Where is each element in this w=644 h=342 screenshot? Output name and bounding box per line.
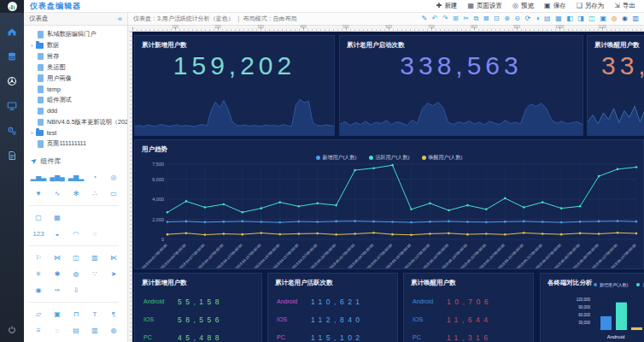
border-frame-icon[interactable]: ▭: [104, 186, 123, 202]
page-settings-button[interactable]: ▦页面设置: [468, 2, 503, 10]
tree-item[interactable]: ddd: [24, 106, 127, 117]
ring-icon[interactable]: ◌: [85, 226, 104, 242]
save-as-button[interactable]: ❏另存为: [577, 2, 605, 10]
pivot-table-icon[interactable]: ▥: [85, 322, 104, 339]
checkbox-widget-icon[interactable]: ☑: [29, 339, 48, 342]
flag-icon[interactable]: ⚐: [29, 250, 48, 266]
rose-chart-icon[interactable]: ✻: [67, 186, 85, 202]
component-icon[interactable]: ▣: [600, 15, 606, 22]
zoom-in-icon[interactable]: ⊕: [504, 15, 510, 22]
sankey-chart-icon[interactable]: ⋈: [48, 250, 67, 266]
tree-item[interactable]: temp: [24, 84, 127, 95]
banner-icon[interactable]: ▱: [29, 306, 48, 322]
power-icon[interactable]: [7, 323, 17, 333]
bar-chart-icon[interactable]: ▂▅▃: [29, 169, 48, 186]
kpi-card-new-users[interactable]: 累计新增用户数 159,202: [134, 35, 335, 136]
text-widget-icon[interactable]: T: [85, 306, 104, 322]
dashboard-icon[interactable]: [7, 74, 17, 85]
map-marker-icon[interactable]: ◉: [29, 282, 48, 298]
database-icon[interactable]: [7, 50, 17, 60]
tree-item[interactable]: 留存: [24, 51, 127, 62]
align-right-icon[interactable]: ◨: [577, 15, 584, 22]
tree-item[interactable]: 页面111111111: [24, 139, 127, 150]
web-widget-icon[interactable]: ▣: [48, 306, 67, 322]
gallery-icon[interactable]: ◉: [622, 15, 628, 22]
number-card-icon[interactable]: 123: [29, 226, 48, 242]
scatter-chart-icon[interactable]: ∴: [85, 186, 104, 202]
kpi-card-awakened-users[interactable]: 累计唤醒用户数 33,: [587, 35, 644, 136]
user-trend-chart-card[interactable]: 用户趋势 新增用户(人数)活跃用户(人数)唤醒用户(人数) 02,0004,00…: [134, 139, 644, 269]
unlock-icon[interactable]: ⊡: [494, 15, 500, 22]
align-left-icon[interactable]: ◧: [566, 15, 573, 22]
tree-item[interactable]: NBIV4.6.5版本更新说明（20200803）: [24, 116, 127, 127]
dot-plot-icon[interactable]: ∵: [85, 266, 104, 282]
radar-chart-icon[interactable]: ✳: [29, 266, 48, 282]
export-button[interactable]: ⇲导出: [614, 2, 635, 10]
tree-item[interactable]: 组件测试: [24, 95, 127, 106]
donut-chart-icon[interactable]: ◎: [104, 169, 123, 186]
settings-gears-icon[interactable]: [7, 124, 17, 134]
pie-chart-icon[interactable]: ◔: [85, 169, 104, 186]
edit-icon[interactable]: ✎: [422, 15, 428, 22]
line-chart-icon[interactable]: ∿: [48, 186, 67, 202]
collapse-panel-button[interactable]: «: [118, 15, 122, 23]
image-icon[interactable]: ▦: [555, 15, 562, 22]
search-widget-icon[interactable]: ◌: [48, 322, 67, 339]
parallel-chart-icon[interactable]: ▥: [85, 250, 104, 266]
kpi-card-old-user-launches[interactable]: 累计老用户启动次数 338,563: [339, 35, 583, 136]
group-icon[interactable]: ◫: [588, 15, 595, 22]
redo-icon[interactable]: ↷: [442, 15, 448, 22]
save-button[interactable]: ▣保存: [544, 2, 566, 10]
caret-icon[interactable]: ›: [31, 42, 33, 50]
home-icon[interactable]: [7, 25, 17, 35]
new-button[interactable]: ✚新建: [436, 2, 458, 10]
cut-icon[interactable]: ✂: [463, 15, 469, 22]
decoration-icon[interactable]: ◍: [104, 322, 123, 339]
table-card-old-user-active[interactable]: 累计老用户活跃次数 Android110,621IOS112,840PC115,…: [267, 273, 398, 342]
caret-icon[interactable]: ›: [31, 129, 33, 137]
dashboard-canvas[interactable]: 累计新增用户数 159,202 累计老用户启动次数 338,563 累计唤醒用户…: [132, 32, 644, 342]
stacked-bar-chart-icon[interactable]: ▄▆▄: [48, 169, 67, 186]
refresh-icon[interactable]: ⟳: [525, 15, 531, 22]
download-widget-icon[interactable]: ⇩: [67, 282, 85, 298]
paragraph-widget-icon[interactable]: ¶: [104, 306, 123, 322]
folder-widget-icon[interactable]: ⊓: [67, 306, 85, 322]
layers-icon[interactable]: ▤: [544, 15, 551, 22]
relation-chart-icon[interactable]: ⋉: [104, 250, 123, 266]
monitor-icon[interactable]: [7, 99, 17, 109]
globe-map-icon[interactable]: ◍: [67, 266, 85, 282]
gesture-icon[interactable]: ✑: [48, 282, 67, 298]
insert-chart-icon[interactable]: ⊞: [453, 15, 459, 22]
terminal-comparison-card[interactable]: 各终端对比分析 新增用户(人数)老用户(人数)唤醒用户(人数) 120,0009…: [540, 273, 644, 342]
tree-item[interactable]: ›test: [24, 127, 127, 139]
gauge-icon[interactable]: ◠: [67, 226, 85, 242]
map-chart-icon[interactable]: ➤: [104, 266, 123, 282]
export-image-icon[interactable]: ▥: [632, 15, 639, 22]
preview-button[interactable]: ◎预览: [512, 2, 534, 10]
legend-item[interactable]: 新增用户(人数): [594, 282, 628, 287]
app-logo[interactable]: [0, 0, 24, 13]
grid-table-icon[interactable]: ▤: [67, 322, 85, 339]
progress-circle-icon[interactable]: ◒: [48, 226, 67, 242]
list-widget-icon[interactable]: ≡: [29, 322, 48, 339]
lock-icon[interactable]: ⊠: [483, 15, 489, 22]
tree-item[interactable]: 用户画像: [24, 73, 127, 84]
funnel-chart-icon[interactable]: ▼: [29, 186, 48, 202]
theme-icon[interactable]: ◑: [536, 15, 540, 22]
tab-panel-icon[interactable]: ▢: [29, 209, 48, 226]
tree-item[interactable]: 奥运图: [24, 62, 127, 73]
legend-item[interactable]: 老用户(人数): [636, 282, 644, 287]
pdf-file-icon[interactable]: [7, 149, 17, 159]
table-card-awakened-users[interactable]: 累计唤醒用户数 Android10,706IOS11,644PC11,316: [403, 273, 534, 342]
table-card-new-users[interactable]: 累计新增用户数 Android55,158IOS58,556PC45,488: [134, 273, 262, 342]
column-chart-icon[interactable]: ▃▆▂: [67, 169, 85, 186]
layout-grid-icon[interactable]: ◫: [67, 250, 85, 266]
table-icon[interactable]: ▦: [48, 209, 67, 226]
palette-icon[interactable]: ◍: [611, 15, 617, 22]
copy-icon[interactable]: ⧉: [474, 15, 479, 22]
undo-icon[interactable]: ↶: [432, 15, 438, 22]
snowflake-chart-icon[interactable]: ✱: [48, 266, 67, 282]
tree-item[interactable]: ›数据: [24, 40, 127, 51]
zoom-out-icon[interactable]: ⊖: [514, 15, 520, 22]
tree-item[interactable]: 私域数据编辑门户: [24, 29, 127, 40]
